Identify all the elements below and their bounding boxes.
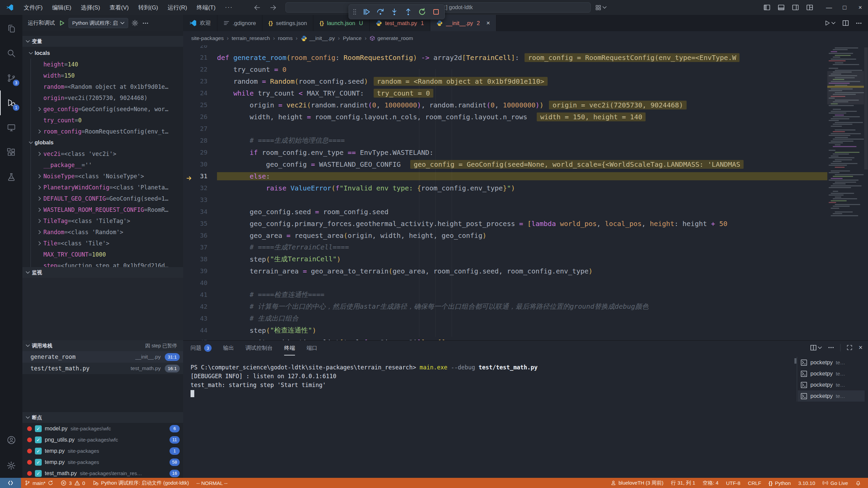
- code-line-41[interactable]: 41 # ====检查连通性====: [183, 289, 827, 301]
- variable-row-room_config[interactable]: room_config = RoomRequestConfig(env_t…: [22, 126, 183, 137]
- code-line-20[interactable]: 20: [183, 45, 827, 52]
- more-icon[interactable]: [142, 22, 149, 24]
- drag-handle-icon[interactable]: [353, 9, 356, 15]
- more-icon[interactable]: [828, 346, 834, 349]
- debug-continue-button[interactable]: [362, 7, 371, 17]
- toggle-panel-icon[interactable]: [778, 4, 785, 11]
- callstack-frame-1[interactable]: test/test_math.pytest_math.py16:1: [22, 363, 183, 374]
- code-line-24[interactable]: 24 while try_count < MAX_TRY_COUNT: try_…: [183, 87, 827, 99]
- menu-item-S[interactable]: 选择(S): [76, 0, 105, 15]
- code-line-31[interactable]: 31 else:: [183, 170, 827, 182]
- code-line-21[interactable]: 21def generate_room(room_config: RoomReq…: [183, 52, 827, 63]
- code-editor[interactable]: 2021def generate_room(room_config: RoomR…: [183, 45, 827, 340]
- variable-row-try_count[interactable]: try_count = 0: [22, 115, 183, 126]
- debug-config-select[interactable]: Python 调试程序: 启: [68, 18, 128, 28]
- maximize-button[interactable]: □: [837, 0, 852, 15]
- breakpoint-checkbox[interactable]: ✓: [35, 425, 42, 432]
- run-file-button[interactable]: [824, 20, 835, 26]
- breadcrumb-item-rooms[interactable]: rooms: [278, 35, 293, 41]
- terminal-entry-0[interactable]: pocketpyte…: [798, 357, 865, 368]
- panel-tab-终端[interactable]: 终端: [284, 341, 295, 355]
- breakpoint-row-3[interactable]: ✓temp.pysite-packages58: [22, 456, 183, 468]
- terminal-output[interactable]: PS C:\computer_science\godot-ldtk\site-p…: [191, 363, 538, 398]
- variable-row-MAX_TRY_COUNT[interactable]: MAX_TRY_COUNT = 1000: [22, 249, 183, 260]
- terminal-entry-2[interactable]: pocketpyte…: [798, 379, 865, 390]
- activity-run-debug[interactable]: 1: [0, 90, 22, 115]
- close-button[interactable]: ×: [852, 0, 868, 15]
- go-live[interactable]: Go Live: [819, 478, 852, 488]
- maximize-panel-icon[interactable]: [847, 345, 852, 350]
- language-mode[interactable]: {} Python: [765, 478, 794, 488]
- panel-tab-输出[interactable]: 输出: [223, 341, 234, 355]
- tab-settings.json[interactable]: {}settings.json: [262, 15, 314, 31]
- eol[interactable]: CRLF: [744, 478, 765, 488]
- minimize-button[interactable]: —: [821, 0, 837, 15]
- blame-status[interactable]: blueloveTH (3 周前): [607, 478, 667, 488]
- breadcrumb-item-__init__py[interactable]: __init__.py: [301, 35, 335, 42]
- code-line-26[interactable]: 26 width, height = room_config.layout.n_…: [183, 111, 827, 123]
- breakpoint-row-4[interactable]: ✓test_math.pysite-packages\terrain_res…1…: [22, 468, 183, 478]
- code-line-35[interactable]: 35 geo_config.primary_forces.geothermal_…: [183, 218, 827, 229]
- variable-row-step[interactable]: step = <function step at 0x1bf9cd216d…: [22, 260, 183, 267]
- code-line-40[interactable]: 40: [183, 277, 827, 289]
- code-line-36[interactable]: 36 geo_area = request_area(origin, width…: [183, 229, 827, 241]
- terminal-entry-1[interactable]: pocketpyte…: [798, 368, 865, 379]
- variable-row-Tile[interactable]: Tile = <class 'Tile'>: [22, 238, 183, 249]
- menu-more-button[interactable]: ···: [220, 4, 238, 11]
- code-line-34[interactable]: 34 geo_config.seed = room_config.seed: [183, 206, 827, 218]
- vim-mode[interactable]: -- NORMAL --: [193, 478, 231, 488]
- variable-row-WASTELAND_ROOM_REQUEST_CONFIG[interactable]: WASTELAND_ROOM_REQUEST_CONFIG = RoomR…: [22, 204, 183, 215]
- breakpoint-checkbox[interactable]: ✓: [35, 436, 42, 443]
- panel-tab-问题[interactable]: 问题3: [191, 341, 212, 355]
- callstack-frame-0[interactable]: generate_room__init__.py31:1: [22, 351, 183, 363]
- code-line-37[interactable]: 37 # ====生成TerrainCell====: [183, 241, 827, 253]
- callstack-section-header[interactable]: 调用堆栈 因 step 已暂停: [22, 340, 183, 351]
- branch-status[interactable]: main*: [21, 478, 57, 488]
- menu-item-T[interactable]: 终端(T): [192, 0, 220, 15]
- split-editor-icon[interactable]: [842, 20, 849, 26]
- code-line-43[interactable]: 43 # 生成出口组合: [183, 312, 827, 324]
- more-icon[interactable]: [856, 22, 862, 24]
- minimap[interactable]: [827, 45, 864, 340]
- indentation[interactable]: 空格: 4: [699, 478, 723, 488]
- window-profile-button[interactable]: [595, 0, 607, 15]
- close-panel-icon[interactable]: ×: [859, 344, 863, 351]
- code-line-33[interactable]: 33: [183, 194, 827, 206]
- code-line-22[interactable]: 22 try_count = 0: [183, 63, 827, 75]
- gear-icon[interactable]: [132, 20, 138, 26]
- variable-row-random[interactable]: random = <Random object at 0x1bf9d01e…: [22, 81, 183, 92]
- breakpoint-checkbox[interactable]: ✓: [35, 470, 42, 477]
- activity-account[interactable]: [0, 428, 22, 452]
- menu-item-G[interactable]: 转到(G): [134, 0, 163, 15]
- debug-step-out-button[interactable]: [404, 7, 413, 17]
- variable-row-PlanetaryWindConfig[interactable]: PlanetaryWindConfig = <class 'Planeta…: [22, 182, 183, 193]
- breadcrumb-item-terrain_research[interactable]: terrain_research: [232, 35, 270, 41]
- back-icon[interactable]: [254, 4, 261, 11]
- breadcrumb-item-Pylance[interactable]: Pylance: [343, 35, 361, 41]
- python-version[interactable]: 3.10.10: [794, 478, 819, 488]
- variable-row-__package__[interactable]: __package__ = '': [22, 159, 183, 170]
- activity-settings[interactable]: [0, 453, 22, 478]
- variables-section-header[interactable]: 变量: [22, 36, 183, 47]
- debug-step-into-button[interactable]: [390, 7, 399, 17]
- problems-status[interactable]: 3 0: [57, 478, 89, 488]
- variable-row-origin[interactable]: origin = vec2i(7205730, 9024468): [22, 92, 183, 103]
- variable-row-TileTag[interactable]: TileTag = <class 'TileTag'>: [22, 215, 183, 226]
- breakpoints-section-header[interactable]: 断点: [22, 412, 183, 423]
- activity-source-control[interactable]: 3: [0, 66, 22, 90]
- menu-item-V[interactable]: 查看(V): [105, 0, 134, 15]
- variable-row-DEFAULT_GEO_CONFIG[interactable]: DEFAULT_GEO_CONFIG = GeoConfig(seed=1…: [22, 193, 183, 204]
- toggle-sidebar-icon[interactable]: [764, 4, 770, 11]
- variable-row-Random[interactable]: Random = <class 'Random'>: [22, 226, 183, 238]
- code-line-23[interactable]: 23 random = Random(room_config.seed)rand…: [183, 75, 827, 87]
- variables-group-locals[interactable]: locals: [22, 47, 183, 59]
- variable-row-width[interactable]: width = 150: [22, 70, 183, 81]
- code-line-29[interactable]: 29 if room_config.env_type == EnvType.WA…: [183, 146, 827, 158]
- tab-[interactable]: 欢迎: [183, 15, 217, 31]
- panel-tab-端口[interactable]: 端口: [307, 341, 317, 355]
- split-terminal-button[interactable]: [810, 344, 822, 351]
- breadcrumb-item-sitepackages[interactable]: site-packages: [191, 35, 224, 41]
- forward-icon[interactable]: [270, 4, 277, 11]
- code-line-42[interactable]: 42 # 计算每一个出口的中心，然后使用astar生成路径，确保每一个出口组合都…: [183, 301, 827, 312]
- activity-remote-explorer[interactable]: [0, 115, 22, 140]
